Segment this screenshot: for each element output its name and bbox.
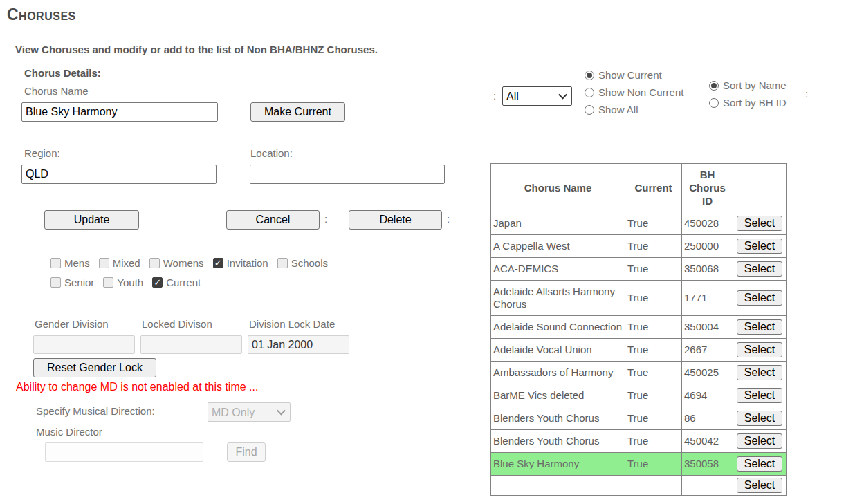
- find-button: Find: [227, 442, 266, 462]
- cancel-button[interactable]: Cancel: [226, 210, 320, 230]
- gender-division-label: Gender Division: [35, 318, 109, 330]
- location-label: Location:: [250, 147, 293, 159]
- checkbox-box[interactable]: ✓: [50, 277, 61, 288]
- cell-bh-id: 4694: [682, 384, 733, 407]
- cell-current: True: [625, 453, 682, 476]
- cell-chorus-name: Adelaide Allsorts Harmony Chorus: [491, 281, 625, 316]
- cell-current: True: [625, 235, 682, 258]
- radio-button[interactable]: [709, 98, 719, 108]
- cell-chorus-name: Blenders Youth Chorus: [491, 407, 625, 430]
- select-button[interactable]: Select: [737, 365, 782, 380]
- region-input[interactable]: [21, 165, 217, 184]
- make-current-button[interactable]: Make Current: [250, 102, 345, 122]
- location-input[interactable]: [250, 165, 445, 184]
- radio-show-all[interactable]: Show All: [585, 104, 683, 115]
- cell-select: Select: [733, 258, 787, 281]
- cell-bh-id: 350068: [682, 258, 733, 281]
- checkbox-schools[interactable]: ✓ Schools: [277, 257, 328, 269]
- checkbox-box[interactable]: ✓: [103, 277, 113, 288]
- region-label: Region:: [24, 147, 60, 159]
- col-header-bh-chorus-id: BH Chorus ID: [682, 164, 733, 212]
- radio-button[interactable]: [585, 105, 594, 115]
- cell-chorus-name: A Cappella West: [491, 235, 625, 258]
- cell-current: True: [625, 407, 682, 430]
- delete-button[interactable]: Delete: [349, 210, 442, 230]
- cell-current: True: [625, 258, 682, 281]
- select-button[interactable]: Select: [737, 319, 782, 335]
- select-button[interactable]: Select: [737, 239, 782, 254]
- radio-button[interactable]: [585, 71, 594, 80]
- checkbox-box[interactable]: ✓: [152, 277, 163, 288]
- select-button[interactable]: Select: [737, 216, 782, 231]
- select-button[interactable]: Select: [737, 342, 782, 357]
- cell-bh-id: 450042: [682, 430, 733, 453]
- reset-gender-lock-button[interactable]: Reset Gender Lock: [33, 358, 156, 377]
- cell-chorus-name: [491, 476, 625, 496]
- select-button[interactable]: Select: [737, 411, 782, 426]
- table-row: ACA-DEMICS True 350068 Select: [491, 258, 787, 281]
- cell-chorus-name: Blenders Youth Chorus: [491, 430, 625, 453]
- checkbox-womens[interactable]: ✓ Womens: [149, 257, 204, 269]
- cell-bh-id: 2667: [682, 339, 733, 362]
- radio-button[interactable]: [585, 88, 594, 97]
- radio-show-current[interactable]: Show Current: [585, 69, 683, 81]
- radio-sort-by-name[interactable]: Sort by Name: [709, 80, 787, 91]
- update-button[interactable]: Update: [44, 210, 139, 230]
- table-row: Adelaide Sound Connection True 350004 Se…: [491, 316, 787, 339]
- music-director-input: [45, 442, 203, 462]
- select-button[interactable]: Select: [737, 290, 782, 306]
- select-button[interactable]: Select: [737, 478, 782, 493]
- cell-select: Select: [733, 235, 787, 258]
- cell-select: Select: [733, 281, 787, 316]
- md-warning-text: Ability to change MD is not enabled at t…: [16, 381, 258, 393]
- cell-select: Select: [733, 453, 787, 476]
- cell-bh-id: 350004: [682, 316, 733, 339]
- filter-right-colon: :: [805, 88, 808, 100]
- cell-current: True: [625, 316, 682, 339]
- cell-select: Select: [733, 316, 787, 339]
- checkbox-mixed[interactable]: ✓ Mixed: [99, 257, 140, 269]
- specify-md-label: Specify Musical Direction:: [36, 405, 155, 417]
- gender-division-input: [33, 335, 135, 354]
- select-button[interactable]: Select: [737, 433, 782, 449]
- table-header-row: Chorus Name Current BH Chorus ID: [491, 164, 787, 212]
- chorus-name-input[interactable]: [21, 102, 218, 122]
- music-director-label: Music Director: [36, 426, 102, 438]
- cancel-colon: :: [324, 213, 327, 225]
- checkbox-box[interactable]: ✓: [149, 258, 160, 268]
- cell-bh-id: 1771: [682, 281, 733, 316]
- choruses-table: Chorus Name Current BH Chorus ID Japan T…: [490, 163, 787, 496]
- radio-button[interactable]: [709, 81, 719, 91]
- cell-current: [625, 476, 682, 496]
- select-button[interactable]: Select: [737, 388, 782, 403]
- checkbox-box[interactable]: ✓: [99, 258, 109, 268]
- check-icon: ✓: [154, 278, 161, 288]
- page-subtitle: View Choruses and modify or add to the l…: [15, 44, 378, 55]
- region-filter-select[interactable]: All: [502, 86, 572, 106]
- checkbox-invitation[interactable]: ✓ Invitation: [213, 257, 268, 269]
- cell-select: Select: [733, 476, 787, 496]
- select-button[interactable]: Select: [737, 456, 782, 472]
- checkbox-mens[interactable]: ✓ Mens: [50, 257, 90, 269]
- radio-show-non-current[interactable]: Show Non Current: [585, 86, 683, 98]
- checkbox-box[interactable]: ✓: [50, 258, 61, 268]
- checkbox-current[interactable]: ✓ Current: [152, 277, 201, 288]
- table-row-selected: Blue Sky Harmony True 350058 Select: [491, 453, 787, 476]
- checkbox-box[interactable]: ✓: [213, 258, 223, 268]
- radio-sort-by-bh-id[interactable]: Sort by BH ID: [709, 97, 787, 109]
- table-row: A Cappella West True 250000 Select: [491, 235, 787, 258]
- select-button[interactable]: Select: [737, 261, 782, 277]
- checkbox-box[interactable]: ✓: [277, 258, 288, 268]
- table-row: BarME Vics deleted True 4694 Select: [491, 384, 787, 407]
- table-row: Blenders Youth Chorus True 86 Select: [491, 407, 787, 430]
- cell-select: Select: [733, 362, 787, 384]
- division-lock-date-input: [248, 335, 349, 354]
- filter-left-colon: :: [493, 90, 496, 102]
- cell-current: True: [625, 384, 682, 407]
- cell-chorus-name: Ambassadors of Harmony: [491, 362, 625, 384]
- checkbox-senior[interactable]: ✓ Senior: [50, 277, 94, 288]
- table-row: Blenders Youth Chorus True 450042 Select: [491, 430, 787, 453]
- cell-chorus-name: Japan: [491, 212, 625, 235]
- table-row: Ambassadors of Harmony True 450025 Selec…: [491, 362, 787, 384]
- checkbox-youth[interactable]: ✓ Youth: [103, 277, 143, 288]
